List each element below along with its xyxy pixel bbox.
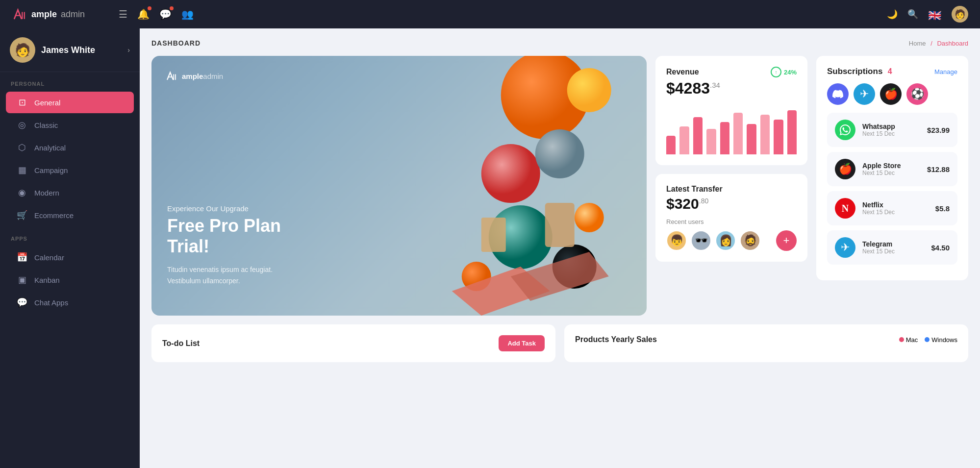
sidebar-item-chat-apps[interactable]: 💬 Chat Apps — [6, 292, 134, 313]
bell-icon[interactable]: 🔔 — [137, 8, 150, 20]
hero-card: ampleadmin — [151, 56, 647, 316]
avatar: 🧑 — [10, 37, 35, 63]
revenue-chart — [666, 105, 797, 154]
revenue-header: Revenue ↑ 24% — [666, 67, 797, 77]
netflix-info: Netflix Next 15 Dec — [862, 201, 929, 216]
sidebar-item-classic-label: Classic — [34, 121, 58, 129]
logo-admin: admin — [61, 9, 85, 20]
whatsapp-icon — [835, 120, 855, 140]
bar-2 — [693, 117, 703, 154]
apps-label: APPS — [0, 227, 140, 246]
bar-3 — [706, 129, 716, 154]
apple-info: Apple Store Next 15 Dec — [862, 162, 920, 176]
hero-title: Free Pro Plan Trial! — [167, 216, 631, 256]
hero-content: Experience Our Upgrade Free Pro Plan Tri… — [167, 204, 631, 298]
add-task-button[interactable]: Add Task — [499, 335, 545, 351]
logo[interactable]: ampleadmin — [12, 6, 110, 22]
page-title: DASHBOARD — [151, 39, 201, 47]
sidebar-item-campaign[interactable]: ▦ Campaign — [6, 159, 134, 181]
breadcrumb-home: Home — [909, 40, 926, 47]
netflix-icon: N — [835, 198, 855, 219]
user-section[interactable]: 🧑 James White › — [0, 28, 140, 72]
subscriptions-header: Subscriptions 4 Manage — [827, 67, 957, 76]
hero-logo-text: ampleadmin — [182, 72, 223, 80]
telegram-name: Telegram — [862, 240, 924, 248]
products-header: Products Yearly Sales Mac Windows — [575, 335, 957, 344]
netflix-price: $5.8 — [935, 204, 950, 213]
products-title: Products Yearly Sales — [575, 335, 657, 344]
discord-icon[interactable] — [827, 83, 849, 105]
sidebar-item-modern[interactable]: ◉ Modern — [6, 182, 134, 203]
subscriptions-title-group: Subscriptions 4 — [827, 67, 892, 76]
moon-icon[interactable]: 🌙 — [887, 9, 898, 20]
bar-4 — [720, 122, 729, 154]
search-icon[interactable]: 🔍 — [907, 9, 918, 20]
revenue-title: Revenue — [666, 68, 699, 76]
classic-icon: ◎ — [17, 120, 27, 130]
sidebar-item-general[interactable]: ⊡ General — [6, 92, 134, 113]
layout: 🧑 James White › PERSONAL ⊡ General ◎ Cla… — [0, 28, 980, 468]
user-bubble-4: 🧔 — [740, 230, 760, 251]
user-bubble-3: 👩 — [715, 230, 736, 251]
transfer-card: Latest Transfer $320.80 Recent users 👦 🕶… — [655, 174, 807, 262]
bar-5 — [733, 113, 743, 154]
whatsapp-name: Whatsapp — [862, 123, 920, 130]
chat-apps-icon: 💬 — [17, 297, 27, 308]
hero-description: Titudin venenatis ipsum ac feugiat. Vest… — [167, 264, 295, 286]
hero-subtitle: Experience Our Upgrade — [167, 204, 631, 213]
sidebar-item-classic[interactable]: ◎ Classic — [6, 114, 134, 136]
apple-store-icon: 🍎 — [835, 159, 855, 179]
sub-item-apple: 🍎 Apple Store Next 15 Dec $12.88 — [827, 152, 957, 186]
sidebar-item-ecommerce[interactable]: 🛒 Ecommerce — [6, 204, 134, 226]
revenue-amount: $4283.34 — [666, 79, 797, 98]
recent-users-label: Recent users — [666, 218, 797, 225]
subscription-icons-row: ✈ 🍎 ⚽ — [827, 83, 957, 105]
sidebar-item-analytical[interactable]: ⬡ Analytical — [6, 137, 134, 158]
windows-legend: Windows — [925, 336, 957, 344]
chat-badge — [170, 6, 174, 10]
whatsapp-price: $23.99 — [927, 126, 950, 134]
todo-title: To-do List — [162, 339, 200, 348]
user-bubble-1: 👦 — [666, 230, 687, 251]
ecommerce-icon: 🛒 — [17, 210, 27, 221]
logo-ample: ample — [31, 9, 57, 20]
sidebar-item-kanban[interactable]: ▣ Kanban — [6, 269, 134, 291]
user-name: James White — [41, 45, 122, 55]
sub-item-whatsapp: Whatsapp Next 15 Dec $23.99 — [827, 113, 957, 147]
user-avatar-top[interactable]: 🧑 — [952, 6, 968, 23]
bottom-row: To-do List Add Task Products Yearly Sale… — [151, 324, 968, 362]
svg-point-3 — [535, 129, 584, 178]
users-icon[interactable]: 👥 — [181, 8, 194, 20]
apple-circle-icon[interactable]: 🍎 — [880, 83, 902, 105]
sidebar-item-calendar[interactable]: 📅 Calendar — [6, 246, 134, 268]
menu-icon[interactable]: ☰ — [119, 8, 127, 20]
revenue-card: Revenue ↑ 24% $4283.34 — [655, 56, 807, 165]
calendar-icon: 📅 — [17, 252, 27, 263]
products-card: Products Yearly Sales Mac Windows — [564, 324, 968, 362]
manage-button[interactable]: Manage — [934, 68, 957, 75]
dribbble-circle-icon[interactable]: ⚽ — [906, 83, 928, 105]
telegram-price: $4.50 — [931, 244, 950, 252]
revenue-percent: 24% — [784, 69, 797, 76]
bell-badge — [148, 6, 151, 10]
bar-9 — [787, 110, 797, 154]
products-legend: Mac Windows — [899, 336, 957, 344]
transfer-title: Latest Transfer — [666, 185, 797, 194]
apple-price: $12.88 — [927, 165, 950, 173]
telegram-info: Telegram Next 15 Dec — [862, 240, 924, 255]
netflix-date: Next 15 Dec — [862, 209, 929, 216]
telegram-date: Next 15 Dec — [862, 248, 924, 255]
add-user-button[interactable]: + — [776, 230, 797, 251]
subscriptions-card: Subscriptions 4 Manage ✈ 🍎 ⚽ — [816, 56, 968, 280]
netflix-name: Netflix — [862, 201, 929, 209]
telegram-circle-icon[interactable]: ✈ — [854, 83, 875, 105]
language-flag[interactable]: 🇬🇧 — [928, 9, 942, 19]
svg-point-1 — [567, 68, 611, 112]
svg-point-2 — [481, 144, 540, 203]
recent-users-row: 👦 🕶️ 👩 🧔 + — [666, 230, 797, 251]
bar-1 — [679, 126, 689, 154]
svg-point-0 — [501, 56, 589, 139]
hero-logo: ampleadmin — [165, 70, 223, 82]
page-header: DASHBOARD Home / Dashboard — [151, 39, 968, 47]
chat-icon[interactable]: 💬 — [159, 8, 172, 20]
